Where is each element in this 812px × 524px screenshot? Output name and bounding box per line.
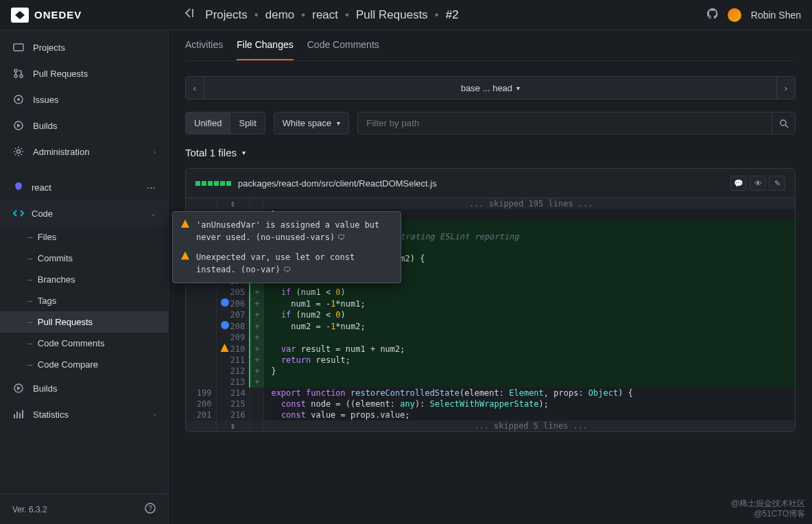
username-label[interactable]: Robin Shen [751, 10, 801, 21]
warning-icon [181, 251, 191, 276]
diff-line[interactable]: 210+ var result = num1 + num2; [186, 343, 795, 355]
tree-item-pull-requests[interactable]: Pull Requests [0, 311, 168, 333]
tooltip-message: 'anUnusedVar' is assigned a value but ne… [196, 220, 379, 242]
sidebar-item-projects[interactable]: Projects [0, 34, 168, 60]
sidebar-item-issues[interactable]: Issues [0, 86, 168, 112]
hunk-expand-top[interactable]: ⇕... skipped 195 lines ... [186, 198, 795, 209]
comment-toggle-icon[interactable]: 💬 [730, 176, 747, 191]
svg-point-3 [20, 75, 23, 78]
split-button[interactable]: Split [230, 112, 264, 134]
tree-item-code-comments[interactable]: Code Comments [0, 333, 168, 354]
diff-stat-icon [195, 181, 231, 186]
chart-icon [12, 408, 25, 420]
folder-icon [12, 41, 25, 53]
watermark: @稀土掘金技术社区 @51CTO博客 [731, 499, 805, 520]
warning-icon [181, 219, 191, 244]
warning-icon [221, 344, 229, 352]
total-files-label: Total 1 files [185, 147, 237, 158]
diff-line[interactable]: 201216 const value = props.value; [186, 409, 795, 420]
edit-file-icon[interactable]: ✎ [769, 176, 785, 191]
project-header[interactable]: react ⋯ [0, 174, 168, 200]
tree-item-tags[interactable]: Tags [0, 290, 168, 311]
comment-icon[interactable]: 🗨 [283, 265, 291, 274]
file-path[interactable]: packages/react-dom/src/client/ReactDOMSe… [238, 178, 437, 189]
whitespace-dropdown[interactable]: White space ▾ [274, 112, 350, 134]
breadcrumb-pullrequests[interactable]: Pull Requests [356, 8, 428, 22]
topbar: ONEDEV Projects • demo • react • Pull Re… [0, 0, 812, 30]
sidebar-item-pull-requests[interactable]: Pull Requests [0, 60, 168, 86]
unified-button[interactable]: Unified [186, 112, 230, 134]
diff-line[interactable]: 199214export function restoreControlledS… [186, 388, 795, 398]
sidebar-item-project-builds[interactable]: Builds [0, 375, 168, 401]
diff-line[interactable]: 200215 const node = ((element: any): Sel… [186, 398, 795, 409]
gear-icon [12, 145, 25, 158]
lint-tooltip: 'anUnusedVar' is assigned a value but ne… [172, 211, 401, 283]
tree-item-commits[interactable]: Commits [0, 248, 168, 269]
sidebar-item-builds[interactable]: Builds [0, 112, 168, 139]
diff-line[interactable]: 206+ num1 = -1*num1; [186, 298, 795, 309]
revision-range-bar: ‹ base ... head ▾ › [185, 76, 796, 99]
breadcrumb: Projects • demo • react • Pull Requests … [205, 8, 458, 22]
diff-line[interactable]: 211+ return result; [186, 355, 795, 366]
github-icon[interactable] [707, 8, 718, 22]
tab-code-comments[interactable]: Code Comments [307, 30, 379, 60]
chevron-down-icon: ▾ [337, 119, 340, 127]
search-icon[interactable] [772, 112, 795, 134]
help-icon[interactable]: ? [145, 503, 156, 516]
play-icon [12, 382, 25, 394]
breadcrumb-issue-number: #2 [446, 8, 459, 22]
sidebar-item-label: Builds [33, 121, 57, 131]
diff-line[interactable]: 207+ if (num2 < 0) [186, 309, 795, 320]
view-file-icon[interactable]: 👁 [750, 176, 766, 191]
info-icon [221, 298, 229, 307]
code-section-label: Code [32, 209, 53, 219]
sidebar-item-statistics[interactable]: Statistics › [0, 401, 168, 427]
play-icon [12, 119, 25, 132]
svg-rect-0 [14, 44, 23, 51]
theme-toggle-icon[interactable] [686, 8, 697, 22]
sidebar-item-label: Builds [33, 383, 57, 394]
comment-icon[interactable]: 🗨 [337, 233, 345, 242]
diff-line[interactable]: 213+ [186, 377, 795, 388]
svg-point-11 [780, 120, 786, 126]
svg-text:?: ? [148, 505, 152, 512]
diff-line[interactable]: 209+ [186, 332, 795, 343]
range-selector[interactable]: base ... head ▾ [204, 76, 776, 99]
sidebar: Projects Pull Requests Issues Builds Adm… [0, 30, 169, 524]
tab-file-changes[interactable]: File Changes [237, 30, 294, 60]
whitespace-label: White space [283, 118, 332, 128]
info-icon [221, 321, 229, 329]
breadcrumb-react[interactable]: react [312, 8, 338, 22]
range-prev-button[interactable]: ‹ [185, 76, 204, 99]
logo-text: ONEDEV [34, 9, 82, 21]
user-avatar[interactable] [728, 8, 741, 22]
total-files-toggle[interactable]: Total 1 files ▾ [185, 147, 796, 158]
tree-item-files[interactable]: Files [0, 226, 168, 248]
diff-line[interactable]: 212+} [186, 366, 795, 377]
filter-input[interactable] [358, 112, 772, 134]
tree-item-branches[interactable]: Branches [0, 269, 168, 290]
range-next-button[interactable]: › [776, 76, 796, 99]
hunk-expand-bottom[interactable]: ⇕... skipped 5 lines ... [186, 420, 795, 431]
breadcrumb-demo[interactable]: demo [265, 8, 295, 22]
code-section-header[interactable]: Code ⌄ [0, 200, 168, 226]
project-name: react [32, 182, 51, 193]
breadcrumb-projects[interactable]: Projects [205, 8, 247, 22]
merge-icon [12, 67, 25, 80]
diff-line[interactable]: 205+ if (num1 < 0) [186, 287, 795, 298]
file-header: packages/react-dom/src/client/ReactDOMSe… [186, 169, 795, 198]
tab-activities[interactable]: Activities [185, 30, 223, 60]
more-icon[interactable]: ⋯ [147, 182, 156, 193]
sidebar-item-label: Projects [33, 43, 65, 53]
view-mode-toggle: Unified Split [185, 112, 265, 134]
chevron-down-icon: ▾ [242, 149, 246, 156]
sidebar-item-administration[interactable]: Administration › [0, 139, 168, 165]
logo[interactable]: ONEDEV [11, 8, 82, 23]
tree-item-code-compare[interactable]: Code Compare [0, 354, 168, 375]
pr-tabs: Activities File Changes Code Comments [185, 30, 796, 61]
sidebar-item-label: Administration [33, 147, 89, 157]
issue-icon [12, 93, 25, 106]
sidebar-collapse-icon[interactable] [184, 8, 194, 22]
sidebar-item-label: Issues [33, 95, 59, 105]
diff-line[interactable]: 208+ num2 = -1*num2; [186, 320, 795, 332]
